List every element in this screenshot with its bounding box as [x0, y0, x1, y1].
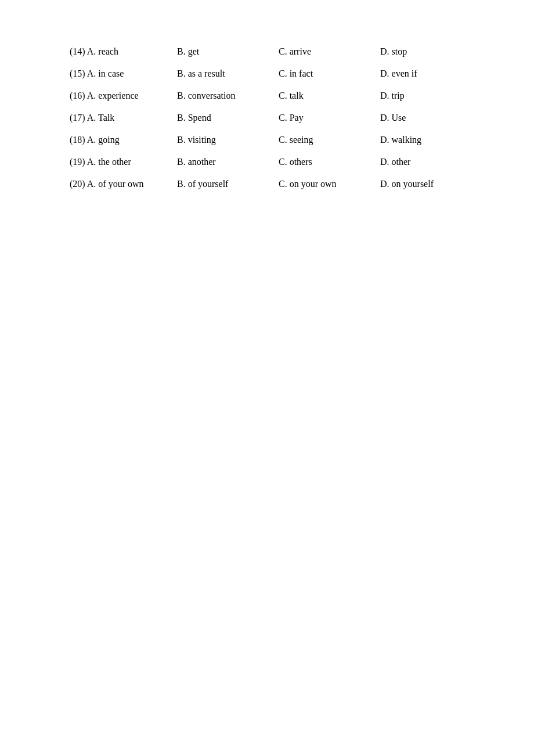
quiz-container: (14) A. reachB. getC. arriveD. stop(15) … — [0, 0, 534, 247]
option-a-q18: (18) A. going — [70, 135, 177, 145]
option-b-text-q20: B. of yourself — [177, 179, 228, 189]
option-b-text-q19: B. another — [177, 157, 216, 167]
quiz-row-q19: (19) A. the otherB. anotherC. othersD. o… — [70, 157, 464, 167]
option-d-q18: D. walking — [380, 135, 482, 145]
option-a-text-q18: (18) A. going — [70, 135, 120, 145]
option-c-q16: C. talk — [279, 91, 380, 101]
option-a-q16: (16) A. experience — [70, 91, 177, 101]
option-d-text-q19: D. other — [380, 157, 410, 167]
quiz-row-q15: (15) A. in caseB. as a resultC. in factD… — [70, 69, 464, 79]
option-d-q19: D. other — [380, 157, 482, 167]
option-b-q16: B. conversation — [177, 91, 279, 101]
option-a-text-q17: (17) A. Talk — [70, 113, 114, 123]
option-d-q14: D. stop — [380, 46, 482, 57]
option-b-q15: B. as a result — [177, 69, 279, 79]
option-b-text-q14: B. get — [177, 46, 199, 56]
option-c-text-q19: C. others — [279, 157, 312, 167]
option-b-text-q17: B. Spend — [177, 113, 211, 123]
option-c-text-q20: C. on your own — [279, 179, 337, 189]
option-a-text-q15: (15) A. in case — [70, 69, 124, 78]
option-c-q19: C. others — [279, 157, 380, 167]
option-d-text-q18: D. walking — [380, 135, 421, 145]
option-c-text-q17: C. Pay — [279, 113, 304, 123]
option-d-text-q17: D. Use — [380, 113, 406, 123]
option-d-text-q14: D. stop — [380, 46, 407, 56]
option-d-q16: D. trip — [380, 91, 482, 101]
option-b-text-q15: B. as a result — [177, 69, 225, 78]
quiz-row-q18: (18) A. goingB. visitingC. seeingD. walk… — [70, 135, 464, 145]
option-a-q20: (20) A. of your own — [70, 179, 177, 189]
option-c-q17: C. Pay — [279, 113, 380, 123]
option-a-q14: (14) A. reach — [70, 46, 177, 57]
option-a-text-q20: (20) A. of your own — [70, 179, 144, 189]
option-d-text-q16: D. trip — [380, 91, 405, 100]
option-b-q19: B. another — [177, 157, 279, 167]
option-a-q15: (15) A. in case — [70, 69, 177, 79]
quiz-row-q17: (17) A. TalkB. SpendC. PayD. Use — [70, 113, 464, 123]
option-a-text-q19: (19) A. the other — [70, 157, 131, 167]
option-d-q20: D. on yourself — [380, 179, 482, 189]
option-c-text-q18: C. seeing — [279, 135, 313, 145]
option-b-q14: B. get — [177, 46, 279, 57]
option-b-q17: B. Spend — [177, 113, 279, 123]
option-b-q18: B. visiting — [177, 135, 279, 145]
option-c-q18: C. seeing — [279, 135, 380, 145]
option-a-text-q14: (14) A. reach — [70, 46, 118, 56]
quiz-row-q16: (16) A. experienceB. conversationC. talk… — [70, 91, 464, 101]
option-d-q17: D. Use — [380, 113, 482, 123]
option-d-q15: D. even if — [380, 69, 482, 79]
option-d-text-q15: D. even if — [380, 69, 417, 78]
option-b-q20: B. of yourself — [177, 179, 279, 189]
option-c-text-q16: C. talk — [279, 91, 304, 100]
option-a-text-q16: (16) A. experience — [70, 91, 139, 100]
option-c-text-q14: C. arrive — [279, 46, 311, 56]
option-c-q14: C. arrive — [279, 46, 380, 57]
option-b-text-q16: B. conversation — [177, 91, 235, 100]
option-c-text-q15: C. in fact — [279, 69, 313, 78]
quiz-row-q14: (14) A. reachB. getC. arriveD. stop — [70, 46, 464, 57]
quiz-row-q20: (20) A. of your ownB. of yourselfC. on y… — [70, 179, 464, 189]
option-b-text-q18: B. visiting — [177, 135, 216, 145]
option-d-text-q20: D. on yourself — [380, 179, 434, 189]
option-a-q19: (19) A. the other — [70, 157, 177, 167]
option-a-q17: (17) A. Talk — [70, 113, 177, 123]
option-c-q20: C. on your own — [279, 179, 380, 189]
option-c-q15: C. in fact — [279, 69, 380, 79]
